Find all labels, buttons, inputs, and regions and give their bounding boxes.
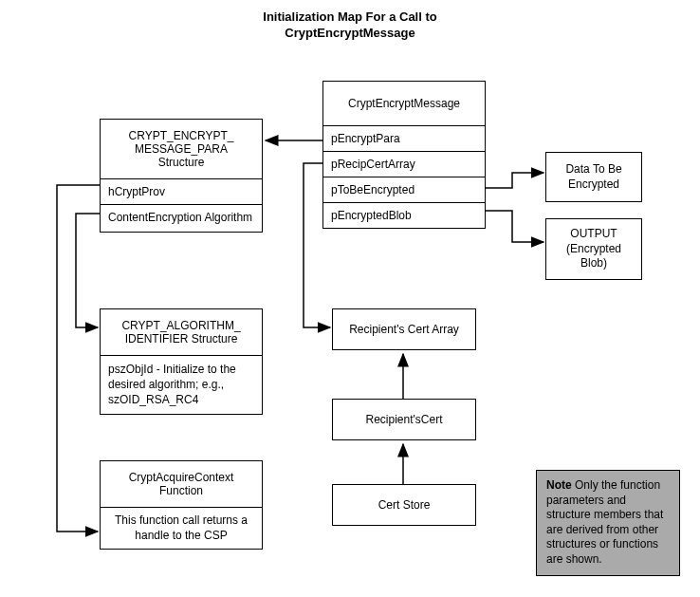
data-to-encrypt-box: Data To Be Encrypted <box>545 152 642 202</box>
row-pencryptedblob: pEncryptedBlob <box>323 203 485 228</box>
row-pencryptpara: pEncryptPara <box>323 126 485 152</box>
crypt-encrypt-header: CryptEncryptMessage <box>323 82 485 126</box>
output-text: OUTPUT (Encrypted Blob) <box>546 219 641 279</box>
recipient-cert-box: Recipient'sCert <box>332 399 476 440</box>
data-to-encrypt-text: Data To Be Encrypted <box>546 153 641 201</box>
row-contentencryption: ContentEncryption Algorithm <box>101 205 262 232</box>
row-precipcertarray: pRecipCertArray <box>323 152 485 177</box>
note-label: Note <box>546 478 572 492</box>
note-box: Note Only the function parameters and st… <box>536 470 680 576</box>
algo-identifier-header: CRYPT_ALGORITHM_ IDENTIFIER Structure <box>101 309 262 356</box>
recipient-cert-array-text: Recipient's Cert Array <box>333 309 475 349</box>
crypt-encrypt-message-box: CryptEncryptMessage pEncryptPara pRecipC… <box>322 81 486 229</box>
title-line1: Initialization Map For a Call to <box>263 9 436 24</box>
cert-store-text: Cert Store <box>333 485 475 525</box>
acquire-context-header: CryptAcquireContext Function <box>101 461 262 508</box>
message-para-header: CRYPT_ENCRYPT_ MESSAGE_PARA Structure <box>101 120 262 179</box>
cert-store-box: Cert Store <box>332 484 476 526</box>
recipient-cert-text: Recipient'sCert <box>333 400 475 439</box>
row-ptobeencrypted: pToBeEncrypted <box>323 177 485 203</box>
diagram-title: Initialization Map For a Call to CryptEn… <box>0 9 700 42</box>
message-para-box: CRYPT_ENCRYPT_ MESSAGE_PARA Structure hC… <box>100 119 263 233</box>
acquire-context-body: This function call returns a handle to t… <box>101 508 262 549</box>
algo-identifier-body: pszObjId - Initialize to the desired alg… <box>101 356 262 414</box>
output-box: OUTPUT (Encrypted Blob) <box>545 218 642 280</box>
acquire-context-box: CryptAcquireContext Function This functi… <box>100 460 263 550</box>
title-line2: CryptEncryptMessage <box>285 26 414 40</box>
algo-identifier-box: CRYPT_ALGORITHM_ IDENTIFIER Structure ps… <box>100 308 263 415</box>
row-hcryptprov: hCryptProv <box>101 179 262 205</box>
recipient-cert-array-box: Recipient's Cert Array <box>332 308 476 350</box>
